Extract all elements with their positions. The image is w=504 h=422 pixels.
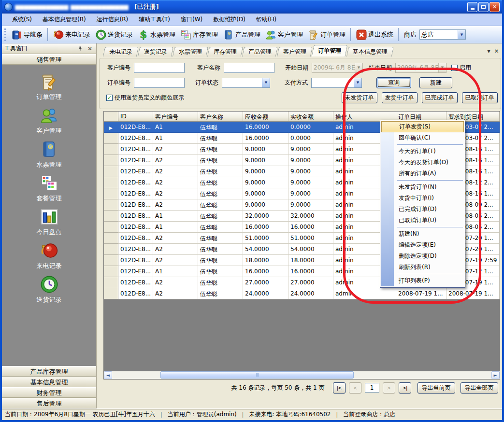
context-menu-item[interactable]: 今天的订单(T) bbox=[381, 146, 464, 157]
pin-icon[interactable] bbox=[76, 45, 84, 53]
export-current-page-button[interactable]: 导出当前页 bbox=[418, 382, 455, 394]
menubar-item[interactable]: 窗口(W) bbox=[175, 14, 208, 26]
row-selector-cell[interactable] bbox=[104, 233, 118, 244]
page-number-input[interactable] bbox=[365, 383, 379, 393]
next-page-button[interactable]: > bbox=[383, 382, 395, 394]
scroll-left-icon[interactable]: ◄ bbox=[104, 371, 112, 379]
menubar-item[interactable]: 运行信息(R) bbox=[91, 14, 134, 26]
sidebar-group-sales[interactable]: 销售管理 bbox=[2, 54, 96, 65]
shop-combobox[interactable]: 总店 ▼ bbox=[419, 29, 466, 40]
tab-item[interactable]: 库存管理 bbox=[207, 47, 243, 56]
sidebar-item[interactable]: 客户管理 bbox=[2, 103, 96, 137]
chevron-down-icon[interactable]: ▼ bbox=[262, 78, 270, 87]
order-status-filter-button[interactable]: 已取消订单 bbox=[462, 92, 498, 103]
grid-column-header[interactable]: 客户编号 bbox=[153, 112, 198, 121]
toolbar-button[interactable]: 库存管理 bbox=[178, 28, 220, 42]
row-selector-cell[interactable] bbox=[104, 211, 118, 222]
sidebar-group[interactable]: 财务管理 bbox=[2, 387, 96, 398]
sidebar-item[interactable]: 订单管理 bbox=[2, 70, 96, 103]
row-selector-cell[interactable] bbox=[104, 222, 118, 233]
sidebar-item[interactable]: 今日盘点 bbox=[2, 205, 96, 239]
context-menu-item[interactable]: 已取消订单(U) bbox=[381, 215, 464, 226]
tab-item[interactable]: 来电记录 bbox=[103, 47, 139, 56]
row-selector-cell[interactable] bbox=[104, 244, 118, 255]
tab-item[interactable]: 客户管理 bbox=[277, 47, 313, 56]
row-selector-cell[interactable] bbox=[104, 199, 118, 211]
row-selector-cell[interactable] bbox=[104, 155, 118, 166]
tab-item[interactable]: 基本信息管理 bbox=[346, 47, 394, 56]
context-menu-item[interactable]: 未发货订单(N) bbox=[381, 182, 464, 193]
tab-list-dropdown-icon[interactable]: ▾ bbox=[487, 48, 490, 55]
menubar-item[interactable]: 数据维护(D) bbox=[208, 14, 251, 26]
order-status-filter-button[interactable]: 未发货订单 bbox=[342, 92, 377, 103]
tab-item[interactable]: 产品管理 bbox=[242, 47, 278, 56]
context-menu-item[interactable]: 新建(N) bbox=[381, 228, 464, 239]
sidebar-item[interactable]: 送货记录 bbox=[2, 272, 96, 306]
sidebar-item[interactable]: 来电记录 bbox=[2, 239, 96, 272]
tab-close-icon[interactable]: ✕ bbox=[494, 48, 499, 55]
toolbar-button[interactable]: 导航条 bbox=[9, 28, 45, 42]
context-menu-item[interactable]: 删除选定项(D) bbox=[381, 251, 464, 262]
menubar-item[interactable]: 基本信息管理(B) bbox=[37, 14, 91, 26]
row-selector-cell[interactable] bbox=[104, 277, 118, 288]
scrollbar-track[interactable] bbox=[112, 371, 491, 379]
context-menu-item[interactable]: 回单确认(C) bbox=[381, 132, 464, 143]
color-display-checkbox[interactable]: ✓ bbox=[106, 95, 113, 101]
new-button[interactable]: 新建 bbox=[419, 77, 452, 88]
customer-no-input[interactable] bbox=[134, 63, 185, 73]
grid-column-header[interactable]: ID bbox=[118, 112, 153, 121]
context-menu-item[interactable]: 刷新列表(R) bbox=[381, 262, 464, 273]
toolbar-button[interactable]: 退出系统 bbox=[353, 28, 396, 42]
toolbar-button[interactable]: 来电记录 bbox=[50, 28, 93, 42]
sidebar-group[interactable]: 基本信息管理 bbox=[2, 377, 96, 387]
enable-date-checkbox[interactable] bbox=[451, 65, 458, 71]
row-selector-cell[interactable]: ▶ bbox=[104, 122, 118, 133]
menubar-item[interactable]: 帮助(H) bbox=[251, 14, 282, 26]
order-no-input[interactable] bbox=[134, 78, 185, 88]
row-selector-cell[interactable] bbox=[104, 133, 118, 144]
close-button[interactable]: ✕ bbox=[490, 2, 500, 12]
query-button[interactable]: 查询 bbox=[376, 77, 411, 88]
sidebar-item[interactable]: 水票管理 bbox=[2, 137, 96, 171]
context-menu-item[interactable]: 今天的发货订单(O) bbox=[381, 157, 464, 168]
order-status-combobox[interactable]: ▼ bbox=[222, 78, 270, 88]
chevron-down-icon[interactable]: ▼ bbox=[438, 63, 446, 72]
sidebar-item[interactable]: 套餐管理 bbox=[2, 171, 96, 205]
customer-name-input[interactable] bbox=[224, 63, 274, 73]
context-menu-item[interactable]: 订单发货(S) bbox=[381, 121, 464, 132]
table-row[interactable]: 012D-E8...A2伍华聪24.000024.0000admin2008-0… bbox=[104, 288, 500, 299]
tab-item[interactable]: 送货记录 bbox=[138, 47, 173, 56]
end-date-picker[interactable]: 2009年 6月 8日 ▼ bbox=[395, 63, 446, 73]
context-menu-item[interactable]: 打印列表(P) bbox=[381, 275, 464, 286]
row-selector-cell[interactable] bbox=[104, 188, 118, 199]
toolbar-button[interactable]: 产品管理 bbox=[220, 28, 263, 42]
order-status-filter-button[interactable]: 已完成订单 bbox=[422, 92, 458, 103]
toolbar-button[interactable]: $水票管理 bbox=[135, 28, 178, 42]
chevron-down-icon[interactable]: ▼ bbox=[355, 63, 362, 72]
maximize-button[interactable] bbox=[478, 2, 489, 12]
toolbar-button[interactable]: 订单管理 bbox=[305, 28, 348, 42]
toolbar-button[interactable]: 送货记录 bbox=[93, 28, 135, 42]
row-selector-cell[interactable] bbox=[104, 288, 118, 299]
context-menu-item[interactable]: 已完成订单(D) bbox=[381, 204, 464, 215]
last-page-button[interactable]: >| bbox=[399, 382, 411, 394]
chevron-down-icon[interactable]: ▼ bbox=[354, 78, 361, 87]
close-panel-icon[interactable]: ✕ bbox=[86, 45, 94, 53]
chevron-down-icon[interactable]: ▼ bbox=[458, 30, 465, 39]
grid-column-header[interactable]: 应收金额 bbox=[243, 112, 288, 121]
row-selector-cell[interactable] bbox=[104, 144, 118, 155]
sidebar-group[interactable]: 产品库存管理 bbox=[2, 366, 96, 377]
minimize-button[interactable] bbox=[467, 2, 477, 12]
row-selector-cell[interactable] bbox=[104, 266, 118, 277]
toolbar-button[interactable]: 客户管理 bbox=[263, 28, 305, 42]
prev-page-button[interactable]: < bbox=[349, 382, 361, 394]
context-menu-item[interactable]: 所有的订单(A) bbox=[381, 168, 464, 179]
grid-column-header[interactable]: 客户名称 bbox=[198, 112, 243, 121]
scroll-right-icon[interactable]: ► bbox=[491, 371, 500, 379]
toolbar-grip[interactable] bbox=[4, 28, 7, 41]
context-menu-item[interactable]: 编辑选定项(E) bbox=[381, 239, 464, 251]
context-menu-item[interactable]: 发货中订单(I) bbox=[381, 193, 464, 204]
row-selector-cell[interactable] bbox=[104, 177, 118, 188]
pay-method-combobox[interactable]: ▼ bbox=[311, 78, 362, 88]
order-status-filter-button[interactable]: 发货中订单 bbox=[382, 92, 418, 103]
